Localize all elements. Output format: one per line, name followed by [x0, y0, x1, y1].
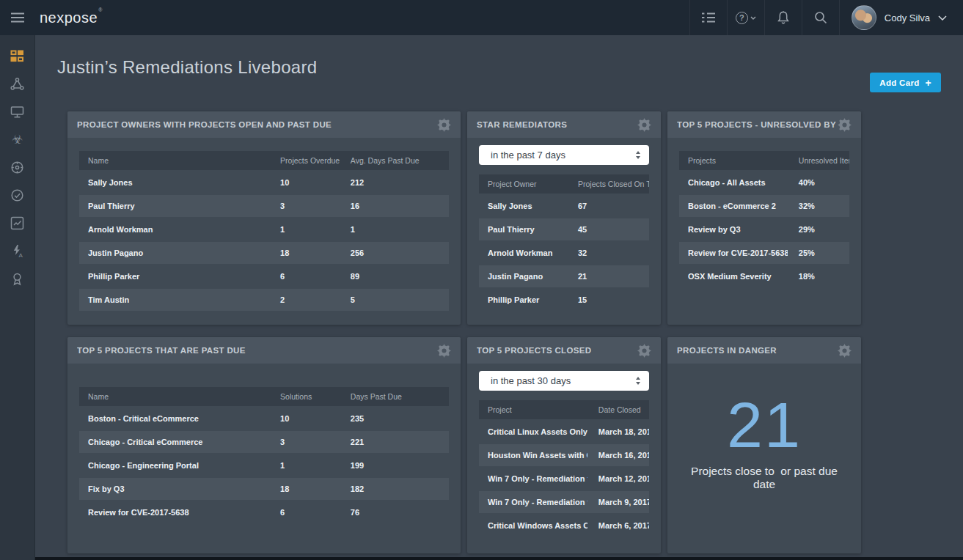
table-row: Justin Pagano21 [479, 265, 649, 287]
table-row: Win 7 Only - Remediation for Q3March 9, … [479, 491, 649, 513]
column-header: Days Past Due [342, 387, 449, 406]
table-row: OSX Medium Severity18% [679, 265, 849, 287]
table-cell: Chicago - All Assets [679, 172, 790, 194]
table-cell: 18 [271, 478, 342, 500]
monitor-icon [10, 105, 24, 119]
table-cell: 16 [342, 195, 449, 217]
card-title: STAR REMEDIATORS [477, 120, 637, 129]
table-row: Review for CVE-2017-5638676 [79, 501, 449, 523]
table-cell: March 18, 2017 [590, 421, 649, 443]
card-body: ProjectsUnresolved ItemsChicago - All As… [667, 138, 861, 325]
card-title: TOP 5 PROJECTS THAT ARE PAST DUE [77, 346, 437, 355]
sidebar-item-goals[interactable] [0, 181, 35, 209]
table-row: Chicago - All Assets40% [679, 172, 849, 194]
card-settings-button[interactable] [637, 344, 651, 358]
table-cell: 235 [342, 408, 449, 430]
table-row: Sally Jones10212 [79, 172, 449, 194]
table-row: Chicago - Engineering Portal1199 [79, 454, 449, 476]
table-cell: 212 [342, 172, 449, 194]
grid-menu-button[interactable] [689, 0, 727, 35]
table-row: Paul Thierry316 [79, 195, 449, 217]
table-header-row: Project OwnerProjects Closed On Time [479, 174, 649, 194]
add-card-button[interactable]: Add Card + [870, 73, 941, 92]
data-table: ProjectsUnresolved ItemsChicago - All As… [679, 151, 849, 289]
target-scan-icon [10, 161, 24, 174]
sidebar-item-assets[interactable] [0, 97, 35, 125]
table-cell: Review for CVE-2017-5638 [679, 242, 790, 264]
sidebar-item-topology[interactable] [0, 70, 35, 97]
table-cell: March 9, 2017 [590, 491, 649, 513]
data-table: NameProjects OverdueAvg. Days Past DueSa… [79, 151, 449, 312]
hamburger-icon [11, 12, 24, 23]
table-row: Review by Q329% [679, 218, 849, 240]
user-menu[interactable]: Cody Silva [839, 0, 963, 35]
table-cell: 25% [790, 242, 849, 264]
table-cell: 2 [271, 289, 342, 311]
user-name: Cody Silva [885, 12, 930, 23]
table-cell: 3 [271, 431, 342, 453]
card-settings-button[interactable] [437, 344, 451, 358]
table-cell: 3 [271, 195, 342, 217]
time-range-select[interactable]: in the past 30 days [479, 371, 649, 391]
table-cell: Sally Jones [79, 172, 271, 194]
table-cell: 18 [271, 242, 342, 264]
card-settings-button[interactable] [637, 118, 651, 132]
table-header-row: ProjectsUnresolved Items [679, 151, 849, 170]
table-row: Critical Linux Assets OnlyMarch 18, 2017 [479, 421, 649, 443]
table-cell: Phillip Parker [479, 289, 569, 311]
hamburger-menu-button[interactable] [0, 0, 35, 35]
table-cell: March 16, 2017 [590, 444, 649, 466]
table-cell: 199 [342, 454, 449, 476]
trademark-mark: ® [98, 7, 103, 12]
table-cell: 6 [271, 265, 342, 287]
chevron-down-icon [938, 15, 947, 21]
card-top5-closed: TOP 5 PROJECTS CLOSED in the past 30 day… [467, 337, 661, 553]
column-header: Project [479, 400, 590, 419]
table-cell: 256 [342, 242, 449, 264]
table-cell: 10 [271, 408, 342, 430]
column-header: Name [79, 151, 271, 170]
sidebar-item-dashboards[interactable] [0, 42, 35, 70]
card-settings-button[interactable] [838, 344, 852, 358]
card-settings-button[interactable] [838, 118, 852, 132]
column-header: Projects Closed On Time [569, 174, 649, 194]
table-row: Review for CVE-2017-563825% [679, 242, 849, 264]
notifications-button[interactable] [764, 0, 802, 35]
table-cell: 221 [342, 431, 449, 453]
card-star-remediators: STAR REMEDIATORS in the past 7 days Proj… [467, 111, 661, 325]
table-cell: 76 [342, 501, 449, 523]
topbar-actions: ? Cody Silva [689, 0, 963, 35]
sidebar-item-achievements[interactable] [0, 265, 35, 292]
dashboard-grid-icon [10, 50, 24, 62]
search-button[interactable] [802, 0, 839, 35]
table-row: Tim Austin25 [79, 289, 449, 311]
gear-icon [838, 118, 852, 132]
table-row: Fix by Q318182 [79, 478, 449, 500]
danger-count: 21 [727, 393, 802, 457]
award-ribbon-icon [10, 272, 24, 286]
table-cell: Sally Jones [479, 195, 569, 217]
table-row: Justin Pagano18256 [79, 242, 449, 264]
sidebar-item-automation[interactable]: A [0, 237, 35, 265]
table-cell: 21 [569, 265, 649, 287]
gear-icon [637, 118, 651, 132]
time-range-select[interactable]: in the past 7 days [479, 145, 649, 165]
table-cell: Review for CVE-2017-5638 [79, 501, 271, 523]
help-menu-button[interactable]: ? [727, 0, 764, 35]
topology-share-icon [10, 77, 24, 91]
card-title: TOP 5 PROJECTS - UNRESOLVED BY % [677, 120, 838, 129]
sidebar-item-remediation[interactable] [0, 153, 35, 181]
table-cell: Review by Q3 [679, 218, 790, 240]
card-settings-button[interactable] [437, 118, 451, 132]
card-header: TOP 5 PROJECTS - UNRESOLVED BY % [667, 111, 861, 138]
check-circle-icon [10, 188, 24, 202]
chart-panel-icon [10, 216, 24, 230]
table-cell: Tim Austin [79, 289, 271, 311]
sidebar-item-vulnerabilities[interactable]: ☣ [0, 125, 35, 153]
table-cell: 67 [569, 195, 649, 217]
table-cell: OSX Medium Severity [679, 265, 790, 287]
table-cell: Boston - Critical eCommerce [79, 408, 271, 430]
table-cell: Chicago - Critical eCommerce [79, 431, 271, 453]
sidebar-item-reports[interactable] [0, 209, 35, 237]
table-row: Arnold Workman32 [479, 242, 649, 264]
